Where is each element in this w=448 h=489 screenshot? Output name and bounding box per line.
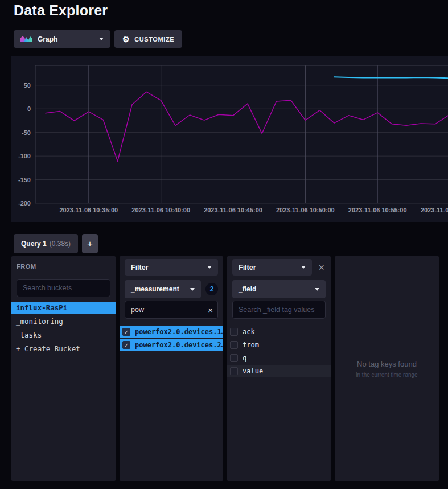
remove-filter-icon[interactable]: × bbox=[317, 262, 326, 273]
filter-type-dropdown[interactable]: Filter bbox=[232, 259, 312, 276]
svg-text:-100: -100 bbox=[18, 153, 31, 159]
gear-icon: ⚙ bbox=[122, 35, 130, 43]
field-value-row[interactable]: q bbox=[227, 352, 331, 364]
tag-key-dropdown-measurement[interactable]: _measurement bbox=[125, 280, 201, 298]
field-value-row[interactable]: from bbox=[227, 339, 331, 351]
divider bbox=[232, 324, 326, 324]
customize-button[interactable]: ⚙ CUSTOMIZE bbox=[114, 30, 182, 48]
bucket-item[interactable]: _tasks bbox=[11, 329, 116, 342]
tag-key-label: _field bbox=[239, 285, 315, 293]
measurement-value-label: powerfox2.0.devices.2… bbox=[135, 341, 223, 349]
field-search-input[interactable] bbox=[232, 301, 326, 319]
selected-count-badge: 2 bbox=[205, 283, 218, 295]
divider bbox=[125, 324, 218, 324]
checkbox-icon[interactable] bbox=[230, 341, 238, 349]
from-header: FROM bbox=[17, 263, 110, 270]
bucket-list: influx-RasPi _monitoring _tasks + Create… bbox=[11, 302, 116, 356]
chevron-down-icon bbox=[301, 266, 306, 269]
field-filter-panel: Filter × _field ack bbox=[227, 256, 331, 481]
measurement-value-label: powerfox2.0.devices.1… bbox=[135, 328, 223, 336]
svg-text:0: 0 bbox=[27, 105, 31, 112]
view-type-dropdown[interactable]: Graph bbox=[14, 30, 110, 48]
bucket-item[interactable]: _monitoring bbox=[11, 315, 116, 328]
empty-state-subtitle: in the current time range bbox=[356, 372, 417, 378]
query-tab[interactable]: Query 1 (0.38s) bbox=[14, 234, 78, 253]
add-query-button[interactable]: + bbox=[82, 234, 98, 253]
page-title: Data Explorer bbox=[14, 2, 108, 19]
measurement-value-row[interactable]: ✓ powerfox2.0.devices.1… bbox=[120, 326, 223, 338]
bucket-search-input[interactable] bbox=[17, 279, 110, 297]
measurement-value-row[interactable]: ✓ powerfox2.0.devices.2… bbox=[120, 339, 223, 351]
field-value-label: from bbox=[243, 341, 259, 349]
view-type-label: Graph bbox=[38, 35, 93, 43]
tag-key-dropdown-field[interactable]: _field bbox=[232, 280, 326, 298]
svg-text:-150: -150 bbox=[18, 176, 31, 183]
field-value-row[interactable]: ack bbox=[227, 326, 331, 338]
field-value-row[interactable]: value bbox=[227, 365, 331, 377]
query-tab-label: Query 1 bbox=[21, 240, 47, 248]
svg-text:2023-11-06 11:00:00: 2023-11-06 11:00:00 bbox=[421, 207, 448, 213]
svg-text:2023-11-06 10:55:00: 2023-11-06 10:55:00 bbox=[348, 207, 407, 213]
checkbox-checked-icon[interactable]: ✓ bbox=[122, 341, 130, 349]
measurement-filter-panel: Filter _measurement 2 × bbox=[120, 256, 223, 481]
chevron-down-icon bbox=[190, 288, 195, 291]
visualization-toolbar: Graph ⚙ CUSTOMIZE bbox=[14, 30, 182, 48]
customize-label: CUSTOMIZE bbox=[134, 36, 174, 43]
tag-keys-panel: No tag keys found in the current time ra… bbox=[335, 256, 439, 481]
chevron-down-icon bbox=[99, 38, 104, 40]
query-builder: FROM influx-RasPi _monitoring _tasks + C… bbox=[11, 256, 439, 481]
measurement-value-list: ✓ powerfox2.0.devices.1… ✓ powerfox2.0.d… bbox=[120, 326, 223, 352]
chevron-down-icon bbox=[315, 288, 319, 291]
svg-text:2023-11-06 10:50:00: 2023-11-06 10:50:00 bbox=[276, 207, 335, 213]
query-duration: (0.38s) bbox=[50, 240, 71, 248]
series-line-0 bbox=[46, 92, 448, 161]
checkbox-checked-icon[interactable]: ✓ bbox=[122, 328, 130, 336]
measurement-search-input[interactable] bbox=[125, 301, 218, 319]
filter-type-dropdown[interactable]: Filter bbox=[125, 259, 218, 276]
bucket-selector-panel: FROM influx-RasPi _monitoring _tasks + C… bbox=[11, 256, 116, 481]
checkbox-icon[interactable] bbox=[230, 367, 238, 375]
svg-text:50: 50 bbox=[24, 82, 31, 89]
svg-text:2023-11-06 10:40:00: 2023-11-06 10:40:00 bbox=[131, 207, 190, 213]
filter-type-label: Filter bbox=[239, 264, 301, 272]
checkbox-icon[interactable] bbox=[230, 328, 238, 336]
create-bucket-button[interactable]: + Create Bucket bbox=[11, 343, 116, 355]
query-tab-bar: Query 1 (0.38s) + bbox=[14, 234, 98, 253]
graph-type-icon bbox=[20, 34, 32, 44]
field-value-list: ack from q value bbox=[227, 326, 331, 378]
chevron-down-icon bbox=[207, 266, 212, 269]
graph-canvas[interactable]: 500-50-100-150-2002023-11-06 10:35:00202… bbox=[11, 56, 448, 222]
svg-text:2023-11-06 10:45:00: 2023-11-06 10:45:00 bbox=[204, 207, 262, 213]
field-value-label: q bbox=[243, 354, 246, 362]
tag-key-label: _measurement bbox=[131, 285, 190, 293]
field-value-label: ack bbox=[243, 328, 255, 336]
checkbox-icon[interactable] bbox=[230, 354, 238, 362]
series-line-1 bbox=[334, 77, 448, 78]
svg-text:-200: -200 bbox=[18, 200, 31, 207]
field-value-label: value bbox=[243, 367, 263, 375]
clear-search-icon[interactable]: × bbox=[208, 306, 213, 314]
time-series-chart[interactable]: 500-50-100-150-2002023-11-06 10:35:00202… bbox=[11, 56, 448, 222]
empty-state-title: No tag keys found bbox=[357, 360, 417, 368]
bucket-item[interactable]: influx-RasPi bbox=[11, 302, 116, 314]
filter-type-label: Filter bbox=[131, 264, 207, 272]
svg-text:-50: -50 bbox=[22, 129, 31, 136]
data-explorer-page: Data Explorer Graph bbox=[0, 0, 448, 489]
svg-text:2023-11-06 10:35:00: 2023-11-06 10:35:00 bbox=[59, 207, 118, 213]
